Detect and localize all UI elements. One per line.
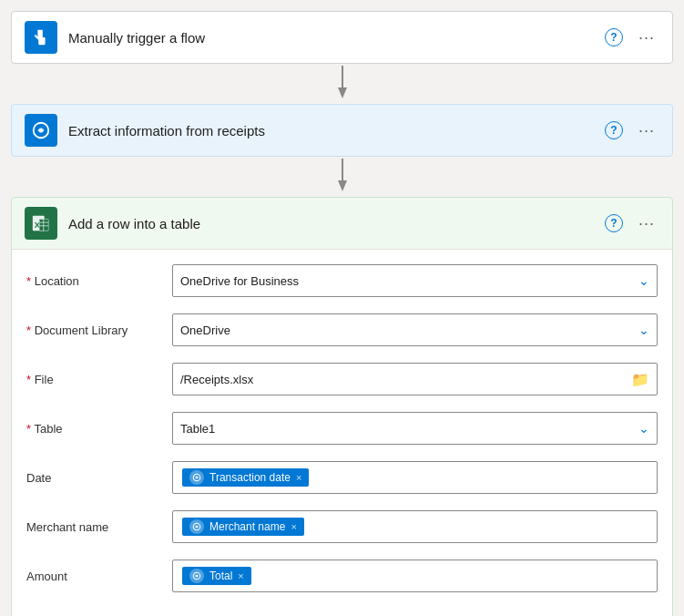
location-control[interactable]: OneDrive for Business ⌄ <box>172 264 658 297</box>
amount-chip: Total × <box>182 567 251 585</box>
merchant-row: Merchant name Merchant name × <box>26 507 658 547</box>
extract-help-btn[interactable]: ? <box>601 118 627 143</box>
svg-point-3 <box>39 128 43 132</box>
excel-help-icon: ? <box>605 214 623 232</box>
doclibrary-row: * Document Library OneDrive ⌄ <box>26 310 658 350</box>
doclibrary-label: * Document Library <box>26 323 172 337</box>
table-label: * Table <box>26 422 172 436</box>
extract-dots: ··· <box>638 121 655 140</box>
ai-svg <box>31 120 51 140</box>
excel-actions: ? ··· <box>601 210 659 236</box>
excel-icon-box: X <box>25 207 57 240</box>
excel-form-body: * Location OneDrive for Business ⌄ * Doc… <box>12 249 672 616</box>
trigger-menu-btn[interactable]: ··· <box>634 25 659 50</box>
table-value: Table1 <box>180 422 638 436</box>
arrow-1 <box>333 64 352 104</box>
trigger-title: Manually trigger a flow <box>68 30 590 46</box>
excel-step: X Add a row into a table ? ··· <box>11 197 673 616</box>
date-chip-close[interactable]: × <box>296 472 301 483</box>
file-row: * File /Receipts.xlsx 📁 <box>26 359 658 399</box>
table-dropdown-icon: ⌄ <box>638 421 649 436</box>
file-control[interactable]: /Receipts.xlsx 📁 <box>172 363 658 395</box>
svg-marker-1 <box>338 87 347 98</box>
arrow-svg-1 <box>333 66 352 102</box>
date-row: Date Transaction date × <box>26 457 658 498</box>
hand-svg <box>31 27 51 47</box>
doclibrary-value: OneDrive <box>180 323 638 337</box>
trigger-actions: ? ··· <box>601 25 659 50</box>
file-value: /Receipts.xlsx <box>180 373 631 386</box>
extract-menu-btn[interactable]: ··· <box>634 118 659 143</box>
extract-step: Extract information from receipts ? ··· <box>11 104 673 157</box>
extract-icon <box>25 114 57 147</box>
location-dropdown-icon: ⌄ <box>638 273 649 288</box>
amount-label: Amount <box>26 570 172 583</box>
excel-title: Add a row into a table <box>68 216 590 231</box>
merchant-label: Merchant name <box>26 520 172 534</box>
amount-chip-icon <box>189 569 204 583</box>
date-chip-label: Transaction date <box>209 471 291 484</box>
location-value: OneDrive for Business <box>180 274 638 288</box>
excel-menu-btn[interactable]: ··· <box>634 210 659 236</box>
amount-control[interactable]: Total × <box>172 560 658 592</box>
date-control[interactable]: Transaction date × <box>172 461 658 494</box>
trigger-icon <box>25 21 57 54</box>
amount-row: Amount Total × <box>26 556 658 596</box>
file-folder-icon: 📁 <box>631 371 649 388</box>
date-chip-icon <box>189 470 204 485</box>
extract-title: Extract information from receipts <box>68 123 590 139</box>
trigger-help-btn[interactable]: ? <box>601 25 627 50</box>
doclibrary-control[interactable]: OneDrive ⌄ <box>172 313 658 346</box>
merchant-chip-icon <box>189 519 204 534</box>
trigger-help-icon: ? <box>605 28 623 46</box>
svg-marker-5 <box>338 180 347 191</box>
trigger-header: Manually trigger a flow ? ··· <box>12 12 672 63</box>
trigger-step: Manually trigger a flow ? ··· <box>11 11 673 64</box>
table-control[interactable]: Table1 ⌄ <box>172 412 658 445</box>
date-label: Date <box>26 471 172 485</box>
file-label: * File <box>26 373 172 386</box>
merchant-chip: Merchant name × <box>182 518 304 536</box>
merchant-chip-label: Merchant name <box>209 520 285 533</box>
excel-help-btn[interactable]: ? <box>601 210 627 236</box>
trigger-dots: ··· <box>638 28 655 47</box>
amount-chip-label: Total <box>209 570 232 582</box>
excel-header: X Add a row into a table ? ··· <box>12 198 672 249</box>
amount-chip-close[interactable]: × <box>238 570 243 581</box>
excel-dots: ··· <box>638 214 655 233</box>
extract-header: Extract information from receipts ? ··· <box>12 105 672 156</box>
excel-svg: X <box>31 213 51 233</box>
date-chip: Transaction date × <box>182 468 309 487</box>
extract-help-icon: ? <box>605 121 623 139</box>
location-row: * Location OneDrive for Business ⌄ <box>26 261 658 301</box>
merchant-chip-close[interactable]: × <box>291 521 296 532</box>
location-label: * Location <box>26 274 172 288</box>
flow-container: Manually trigger a flow ? ··· <box>11 11 673 616</box>
extract-actions: ? ··· <box>601 118 659 143</box>
table-row: * Table Table1 ⌄ <box>26 408 658 448</box>
arrow-svg-2 <box>333 159 352 195</box>
doclibrary-dropdown-icon: ⌄ <box>638 323 649 337</box>
arrow-2 <box>333 157 352 197</box>
merchant-control[interactable]: Merchant name × <box>172 510 658 543</box>
svg-rect-8 <box>39 219 48 231</box>
